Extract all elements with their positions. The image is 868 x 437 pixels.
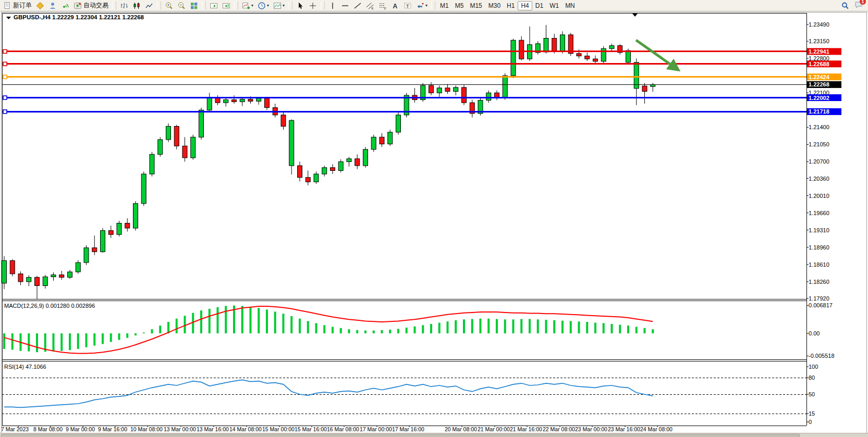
time-tick-label: 13 Mar 16:00 [197,426,229,432]
price-tick-label: 1.23490 [809,21,829,28]
fibonacci-button[interactable]: F [376,0,389,11]
macd-histogram-bar [28,333,30,352]
macd-histogram-bar [480,319,482,333]
candle-body [35,277,40,285]
periods-icon [258,2,266,10]
time-tick-label: 7 Mar 2023 [1,426,29,432]
crosshair-button[interactable] [307,0,319,11]
macd-histogram-bar [537,319,539,333]
time-tick-label: 20 Mar 08:00 [445,426,477,432]
chevron-down-icon[interactable]: ▾ [251,3,253,8]
timeframe-button-m15[interactable]: M15 [467,1,485,10]
candle-body [609,46,614,49]
macd-histogram-bar [340,328,342,333]
timeframe-button-w1[interactable]: W1 [546,1,562,10]
arrows-button[interactable]: ▾ [414,0,430,11]
periods-button[interactable]: ▾ [255,0,271,11]
notification-button[interactable]: 1 [854,1,863,11]
candlestick-chart-button[interactable] [130,0,143,11]
macd-histogram-bar [570,321,572,333]
candle [338,159,343,172]
candle [265,97,270,110]
timeframe-button-m1[interactable]: M1 [437,1,452,10]
fibonacci-icon: F [378,2,387,10]
new-order-button[interactable]: 新订单 [1,0,34,11]
horizontal-line-button[interactable] [339,0,351,11]
macd-histogram-bar [430,324,432,333]
auto-scroll-button[interactable] [207,0,220,11]
chart-canvas[interactable]: 1.234901.231501.228001.221001.214001.210… [0,11,868,433]
candle-body [355,159,360,166]
candle-body [519,40,524,59]
search-button[interactable] [839,0,851,11]
trendline-button[interactable] [351,0,364,11]
line-anchor-marker[interactable] [3,96,7,99]
chart-shift-button[interactable] [220,0,233,11]
macd-histogram-bar [381,330,383,333]
line-anchor-marker[interactable] [3,110,7,114]
tile-windows-button[interactable] [188,0,200,11]
rsi-tick-label: 50 [809,391,815,397]
candle-body [593,59,598,61]
indicators-button[interactable]: ▾ [240,0,255,11]
equidistant-channel-button[interactable]: E [364,0,376,11]
macd-histogram-bar [512,319,515,333]
zoom-in-button[interactable] [163,0,175,11]
chart-collapse-toggle[interactable] [6,17,11,19]
price-tick-label: 1.21050 [809,141,829,147]
macd-histogram-bar [69,333,71,350]
candle [101,228,105,253]
candle-body [2,260,7,283]
macd-histogram-bar [553,320,555,333]
timeframe-button-m30[interactable]: M30 [485,1,504,10]
candle [150,152,154,177]
time-tick-label: 15 Mar 00:00 [262,426,295,432]
line-chart-button[interactable] [143,0,155,11]
line-anchor-marker[interactable] [3,49,7,53]
macd-histogram-bar [184,316,186,333]
text-label-button[interactable]: T [401,0,414,11]
time-axis[interactable]: 7 Mar 20238 Mar 08:009 Mar 00:009 Mar 16… [1,426,673,432]
zoom-out-button[interactable] [175,0,188,11]
metaquotes-button[interactable] [34,0,46,11]
macd-histogram-bar [102,333,104,344]
chart-shift-icon [222,2,230,10]
timeframe-button-h4[interactable]: H4 [518,1,532,10]
timeframe-button-d1[interactable]: D1 [532,1,546,10]
rsi-tick-label: 15 [809,410,815,417]
macd-histogram-bar [11,333,14,349]
chevron-down-icon[interactable]: ▾ [283,3,285,8]
zoom-in-icon [165,2,173,10]
bar-chart-button[interactable] [118,0,130,11]
chart-title: GBPUSD-,H4 1.22229 1.22304 1.22121 1.222… [6,14,144,20]
candle [454,85,458,95]
autotrading-button[interactable]: 自动交易 [71,0,111,11]
signals-button[interactable] [59,0,71,11]
macd-histogram-bar [594,323,596,333]
chevron-down-icon[interactable]: ▾ [267,3,269,8]
candle [593,55,598,63]
candle-body [133,204,138,228]
templates-button[interactable]: ▾ [271,0,287,11]
timeframe-button-mn[interactable]: MN [562,1,578,10]
timeframe-button-h1[interactable]: H1 [504,1,518,10]
timeframe-button-m5[interactable]: M5 [452,1,467,10]
candle-body [232,99,237,102]
line-anchor-marker[interactable] [3,75,7,79]
horizontal-scrollbar[interactable] [0,433,868,437]
chevron-down-icon[interactable]: ▾ [425,3,427,8]
terminal-button[interactable] [46,0,59,11]
candles-layer [2,25,655,299]
macd-histogram-bar [348,329,350,333]
candle [404,93,409,117]
search-icon [841,2,849,10]
time-tick-label: 22 Mar 08:00 [543,426,575,432]
cursor-button[interactable] [294,0,307,11]
vertical-line-button[interactable] [326,0,339,11]
candle [495,91,499,101]
rsi-tick-label: 80 [809,374,815,381]
scrollbar-thumb[interactable] [1,434,800,437]
line-anchor-marker[interactable] [3,62,7,66]
text-button[interactable]: A [389,0,401,11]
chart-shift-marker[interactable] [632,14,638,17]
